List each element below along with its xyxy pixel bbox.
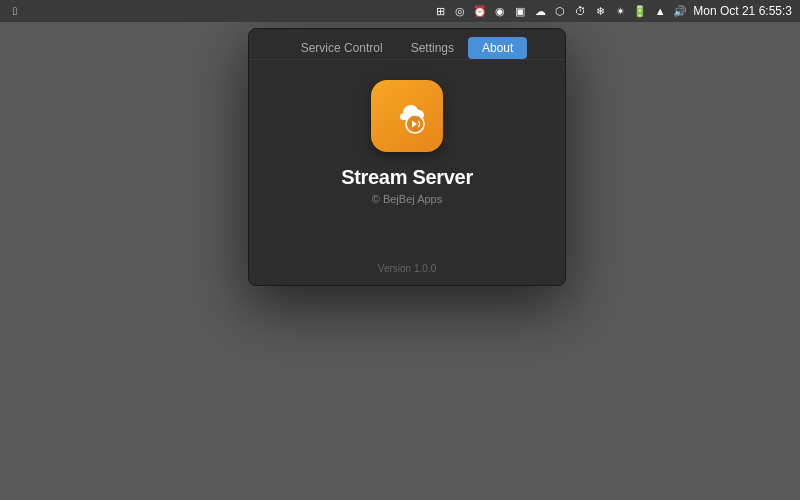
cloud-stream-icon [381,90,433,142]
menubar-left:  [8,4,22,18]
app-version: Version 1.0.0 [378,263,436,274]
tab-bar: Service Control Settings About [249,29,565,60]
menubar-volume-icon: 🔊 [673,4,687,18]
app-icon-inner [381,90,433,142]
menubar-wifi-icon: ▲ [653,4,667,18]
tab-settings[interactable]: Settings [397,37,468,59]
menubar-time: Mon Oct 21 6:55:3 [693,4,792,18]
menubar-icon-7: ⬡ [553,4,567,18]
app-name: Stream Server [341,166,473,189]
menubar-right: ⊞ ◎ ⏰ ◉ ▣ ☁ ⬡ ⏱ ❄ ✴ 🔋 ▲ 🔊 Mon Oct 21 6:5… [433,4,792,18]
menubar-icon-5: ▣ [513,4,527,18]
menubar-icon-4: ◉ [493,4,507,18]
menubar-icon-1: ⊞ [433,4,447,18]
app-icon [371,80,443,152]
menubar:  ⊞ ◎ ⏰ ◉ ▣ ☁ ⬡ ⏱ ❄ ✴ 🔋 ▲ 🔊 Mon Oct 21 6… [0,0,800,22]
tab-service-control[interactable]: Service Control [287,37,397,59]
menubar-battery-icon: 🔋 [633,4,647,18]
about-content: Stream Server © BejBej Apps Version 1.0.… [249,60,565,284]
menubar-icon-2: ◎ [453,4,467,18]
menubar-icon-8: ⏱ [573,4,587,18]
menubar-icon-bt: ✴ [613,4,627,18]
menubar-icon-9: ❄ [593,4,607,18]
app-window: Service Control Settings About Stream Se… [248,28,566,286]
app-copyright: © BejBej Apps [372,193,442,205]
menubar-icon-3: ⏰ [473,4,487,18]
apple-icon[interactable]:  [8,4,22,18]
tab-about[interactable]: About [468,37,527,59]
menubar-icon-6: ☁ [533,4,547,18]
